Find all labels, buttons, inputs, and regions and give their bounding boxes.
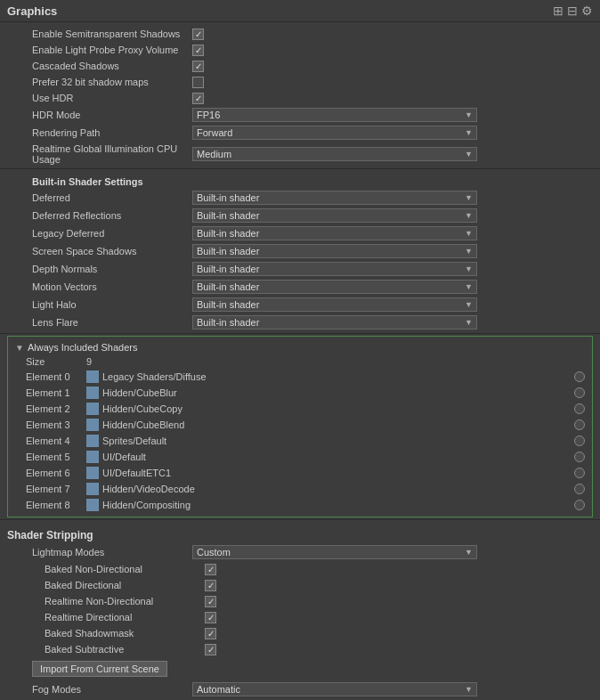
top-setting-row: Use HDR: [0, 90, 600, 106]
builtin-shader-dropdown[interactable]: Built-in shader▼: [192, 191, 477, 205]
element-row: Element 0Legacy Shaders/Diffuse: [12, 369, 588, 385]
builtin-shader-row: Legacy DeferredBuilt-in shader▼: [0, 224, 600, 242]
lightmap-checkbox[interactable]: [205, 596, 216, 607]
lightmap-modes-label: Lightmap Modes: [32, 547, 192, 558]
checkbox[interactable]: [192, 45, 204, 56]
builtin-shader-row: Deferred ReflectionsBuilt-in shader▼: [0, 207, 600, 224]
always-included-label: Always Included Shaders: [28, 342, 138, 353]
shader-stripping-header: Shader Stripping: [0, 525, 600, 543]
builtin-shader-dropdown[interactable]: Built-in shader▼: [192, 280, 477, 294]
setting-value: [192, 45, 593, 56]
setting-label: Enable Semitransparent Shadows: [32, 28, 192, 39]
element-pick-btn[interactable]: [574, 484, 585, 494]
size-label: Size: [15, 356, 86, 367]
element-pick-btn[interactable]: [574, 468, 585, 478]
divider-2: [0, 333, 600, 334]
size-row: Size 9: [12, 354, 588, 369]
top-setting-row: Cascaded Shadows: [0, 58, 600, 74]
checkbox[interactable]: [192, 61, 204, 72]
chevron-down-icon: ▼: [465, 247, 473, 256]
lightmap-checkbox[interactable]: [205, 580, 216, 591]
shader-icon: [86, 370, 99, 383]
collapse-icon[interactable]: ▼: [15, 343, 24, 353]
dropdown[interactable]: Medium▼: [192, 147, 477, 161]
shader-icon: [86, 451, 99, 463]
fog-modes-dropdown[interactable]: Automatic ▼: [192, 682, 477, 696]
lightmap-checkbox[interactable]: [205, 644, 216, 655]
chevron-down-icon: ▼: [465, 282, 473, 291]
lightmap-checkbox[interactable]: [205, 612, 216, 623]
lightmap-option-label: Baked Directional: [45, 580, 205, 590]
panel-icon-1[interactable]: ⊞: [553, 4, 564, 18]
lightmap-modes-dropdown[interactable]: Custom ▼: [192, 545, 477, 559]
shader-label: Deferred Reflections: [32, 210, 192, 221]
builtin-shader-row: DeferredBuilt-in shader▼: [0, 189, 600, 207]
setting-label: Cascaded Shadows: [32, 61, 192, 71]
element-shader-name: Hidden/Compositing: [102, 500, 191, 510]
element-value: Hidden/CubeBlur: [86, 387, 585, 399]
builtin-shader-dropdown[interactable]: Built-in shader▼: [192, 297, 477, 312]
lightmap-option-row: Baked Shadowmask: [0, 625, 600, 641]
checkbox[interactable]: [192, 77, 204, 88]
builtin-shader-dropdown[interactable]: Built-in shader▼: [192, 315, 477, 330]
builtin-shader-dropdown[interactable]: Built-in shader▼: [192, 226, 477, 240]
shader-icon: [86, 467, 99, 479]
chevron-down-icon: ▼: [465, 128, 473, 137]
chevron-down-icon: ▼: [465, 150, 473, 159]
top-setting-row: Enable Light Probe Proxy Volume: [0, 42, 600, 58]
builtin-shader-dropdown[interactable]: Built-in shader▼: [192, 208, 477, 223]
element-row: Element 4Sprites/Default: [12, 433, 588, 449]
element-shader-name: Hidden/CubeBlend: [102, 419, 184, 430]
always-included-box: ▼ Always Included Shaders Size 9 Element…: [7, 336, 593, 517]
element-shader-name: Hidden/VideoDecode: [102, 484, 195, 494]
setting-value: Medium▼: [192, 147, 593, 161]
setting-value: Forward▼: [192, 126, 593, 140]
setting-label: Use HDR: [32, 93, 192, 103]
shader-label: Light Halo: [32, 299, 192, 310]
elements-container: Element 0Legacy Shaders/DiffuseElement 1…: [12, 369, 588, 513]
element-pick-btn[interactable]: [574, 403, 585, 414]
lightmap-checkbox[interactable]: [205, 564, 216, 575]
element-value: Hidden/VideoDecode: [86, 483, 585, 495]
fog-modes-row: Fog Modes Automatic ▼: [0, 680, 600, 698]
checkbox[interactable]: [192, 28, 204, 40]
element-pick-btn[interactable]: [574, 371, 585, 382]
element-value: Hidden/CubeBlend: [86, 419, 585, 431]
top-setting-row: HDR ModeFP16▼: [0, 106, 600, 124]
shader-value: Built-in shader▼: [192, 262, 593, 276]
panel-title: Graphics: [7, 4, 57, 18]
element-row: Element 5UI/Default: [12, 449, 588, 465]
element-row: Element 7Hidden/VideoDecode: [12, 481, 588, 497]
dropdown[interactable]: Forward▼: [192, 126, 477, 140]
element-label: Element 7: [15, 484, 86, 494]
chevron-down-icon: ▼: [465, 548, 473, 557]
checkbox[interactable]: [192, 93, 204, 104]
lightmap-option-row: Baked Non-Directional: [0, 561, 600, 577]
element-value: UI/Default: [86, 451, 585, 463]
top-settings: Enable Semitransparent ShadowsEnable Lig…: [0, 26, 600, 167]
element-pick-btn[interactable]: [574, 419, 585, 430]
top-setting-row: Prefer 32 bit shadow maps: [0, 74, 600, 90]
builtin-shader-row: Motion VectorsBuilt-in shader▼: [0, 278, 600, 296]
element-value: Hidden/Compositing: [86, 499, 585, 511]
element-pick-btn[interactable]: [574, 435, 585, 446]
import-btn[interactable]: Import From Current Scene: [32, 661, 167, 677]
dropdown[interactable]: FP16▼: [192, 108, 477, 122]
shader-label: Depth Normals: [32, 264, 192, 274]
builtin-shader-dropdown[interactable]: Built-in shader▼: [192, 244, 477, 258]
element-pick-btn[interactable]: [574, 387, 585, 398]
element-label: Element 0: [15, 371, 86, 382]
element-row: Element 1Hidden/CubeBlur: [12, 385, 588, 401]
graphics-panel: Graphics ⊞ ⊟ ⚙ Enable Semitransparent Sh…: [0, 0, 600, 700]
builtin-shader-dropdown[interactable]: Built-in shader▼: [192, 262, 477, 276]
divider-1: [0, 168, 600, 169]
lightmap-option-row: Baked Directional: [0, 577, 600, 593]
panel-content: Enable Semitransparent ShadowsEnable Lig…: [0, 22, 600, 700]
lightmap-checkbox[interactable]: [205, 628, 216, 639]
element-pick-btn[interactable]: [574, 500, 585, 510]
builtin-section-header: Built-in Shader Settings: [0, 173, 600, 189]
panel-icon-2[interactable]: ⊟: [567, 4, 578, 18]
element-shader-name: UI/DefaultETC1: [102, 468, 171, 478]
settings-icon[interactable]: ⚙: [581, 4, 593, 18]
element-pick-btn[interactable]: [574, 452, 585, 462]
